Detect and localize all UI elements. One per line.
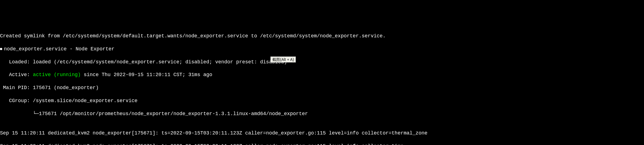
symlink-created-line: Created symlink from /etc/systemd/system… — [0, 33, 644, 39]
log-line: Sep 15 11:20:11 dedicated_kvm2 node_expo… — [0, 130, 644, 136]
service-header-line: node_exporter.service - Node Exporter — [0, 46, 644, 52]
active-prefix: Active: — [0, 72, 33, 77]
cgroup-child-line: └─175671 /opt/monitor/prometheus/node_ex… — [0, 111, 644, 117]
loaded-line: Loaded: loaded (/etc/systemd/system/node… — [0, 59, 644, 65]
cgroup-line: CGroup: /system.slice/node_exporter.serv… — [0, 98, 644, 104]
log-line: Sep 15 11:20:11 dedicated_kvm2 node_expo… — [0, 143, 644, 145]
active-status: active (running) — [33, 72, 81, 77]
service-header-text: node_exporter.service - Node Exporter — [4, 46, 115, 52]
active-line: Active: active (running) since Thu 2022-… — [0, 72, 644, 78]
mainpid-line: Main PID: 175671 (node_exporter) — [0, 85, 644, 91]
bullet-icon — [0, 48, 2, 50]
screenshot-tooltip[interactable]: 截图(Alt + A) — [270, 56, 296, 63]
active-suffix: since Thu 2022-09-15 11:20:11 CST; 31ms … — [81, 72, 212, 77]
terminal-output: Created symlink from /etc/systemd/system… — [0, 26, 644, 145]
